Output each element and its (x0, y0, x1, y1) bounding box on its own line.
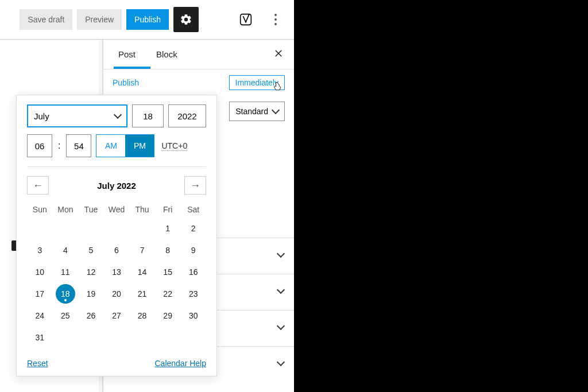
more-options-button[interactable] (263, 7, 288, 32)
day-23[interactable]: 23 (180, 283, 206, 305)
save-draft-button[interactable]: Save draft (20, 9, 72, 30)
day-14[interactable]: 14 (129, 261, 155, 283)
datetime-picker: July 18 2022 06 : 54 AM PM UTC+0 ← July … (16, 95, 217, 377)
day-empty (78, 327, 104, 348)
day-3[interactable]: 3 (27, 239, 53, 261)
day-10[interactable]: 10 (27, 261, 53, 283)
day-empty (180, 327, 206, 348)
day-13[interactable]: 13 (104, 261, 130, 283)
pm-button[interactable]: PM (125, 135, 154, 157)
day-24[interactable]: 24 (27, 305, 53, 327)
day-11[interactable]: 11 (53, 261, 79, 283)
minute-input[interactable]: 54 (66, 134, 91, 157)
arrow-right-icon: → (190, 180, 200, 192)
day-18[interactable]: 18 (53, 283, 79, 305)
day-7[interactable]: 7 (129, 239, 155, 261)
day-4[interactable]: 4 (53, 239, 79, 261)
dow-header: Sat (180, 201, 206, 218)
next-month-button[interactable]: → (184, 176, 206, 195)
post-format-value: Standard (235, 107, 268, 116)
day-2[interactable]: 2 (180, 218, 206, 239)
day-17[interactable]: 17 (27, 283, 53, 305)
dow-header: Tue (78, 201, 104, 218)
day-8[interactable]: 8 (155, 239, 181, 261)
dow-header: Sun (27, 201, 53, 218)
day-empty (78, 218, 104, 239)
day-empty (129, 327, 155, 348)
astra-icon[interactable] (203, 7, 229, 32)
day-1[interactable]: 1 (155, 218, 181, 239)
dow-header: Thu (129, 201, 155, 218)
day-empty (53, 327, 79, 348)
hour-input[interactable]: 06 (27, 134, 52, 157)
day-15[interactable]: 15 (155, 261, 181, 283)
chevron-down-icon (272, 106, 280, 114)
month-select[interactable]: July (27, 104, 127, 127)
calendar-grid: SunMonTueWedThuFriSat1234567891011121314… (27, 201, 206, 348)
day-9[interactable]: 9 (180, 239, 206, 261)
dow-header: Fri (155, 201, 181, 218)
day-31[interactable]: 31 (27, 327, 53, 348)
day-20[interactable]: 20 (104, 283, 130, 305)
day-12[interactable]: 12 (78, 261, 104, 283)
calendar-month-label: July 2022 (97, 181, 136, 191)
settings-icon[interactable] (173, 7, 199, 32)
kebab-icon (270, 14, 281, 25)
post-format-select[interactable]: Standard (229, 102, 285, 121)
editor-toolbar: Save draft Preview Publish (0, 0, 294, 39)
dow-header: Mon (53, 201, 79, 218)
day-27[interactable]: 27 (104, 305, 130, 327)
tab-block[interactable]: Block (152, 40, 182, 69)
arrow-left-icon: ← (33, 180, 43, 192)
calendar-help-link[interactable]: Calendar Help (155, 359, 207, 368)
timezone-label[interactable]: UTC+0 (161, 141, 187, 151)
day-19[interactable]: 19 (78, 283, 104, 305)
tab-post[interactable]: Post (114, 40, 140, 69)
year-input[interactable]: 2022 (168, 104, 206, 127)
preview-button[interactable]: Preview (77, 9, 122, 30)
yoast-icon[interactable] (233, 7, 258, 32)
cursor-icon (272, 80, 283, 95)
close-panel-button[interactable] (273, 47, 284, 62)
day-empty (155, 327, 181, 348)
publish-schedule-label: Publish (113, 78, 139, 87)
day-29[interactable]: 29 (155, 305, 181, 327)
publish-button[interactable]: Publish (126, 9, 169, 30)
chevron-down-icon (277, 249, 285, 257)
am-button[interactable]: AM (96, 135, 125, 157)
day-22[interactable]: 22 (155, 283, 181, 305)
day-empty (104, 218, 130, 239)
chevron-down-icon (277, 358, 285, 366)
publish-schedule-value[interactable]: Immediately (229, 75, 285, 90)
dow-header: Wed (104, 201, 130, 218)
time-colon: : (57, 141, 61, 151)
day-empty (27, 218, 53, 239)
day-input[interactable]: 18 (132, 104, 164, 127)
chevron-down-icon (277, 321, 285, 329)
day-25[interactable]: 25 (53, 305, 79, 327)
day-empty (104, 327, 130, 348)
chevron-down-icon (277, 285, 285, 293)
day-16[interactable]: 16 (180, 261, 206, 283)
month-select-value: July (34, 111, 49, 121)
reset-link[interactable]: Reset (27, 359, 48, 368)
day-empty (53, 218, 79, 239)
day-30[interactable]: 30 (180, 305, 206, 327)
prev-month-button[interactable]: ← (27, 176, 49, 195)
day-21[interactable]: 21 (129, 283, 155, 305)
day-6[interactable]: 6 (104, 239, 130, 261)
close-icon (273, 48, 284, 59)
chevron-down-icon (114, 111, 122, 119)
day-empty (129, 218, 155, 239)
day-28[interactable]: 28 (129, 305, 155, 327)
day-26[interactable]: 26 (78, 305, 104, 327)
day-5[interactable]: 5 (78, 239, 104, 261)
ampm-toggle: AM PM (96, 134, 154, 157)
